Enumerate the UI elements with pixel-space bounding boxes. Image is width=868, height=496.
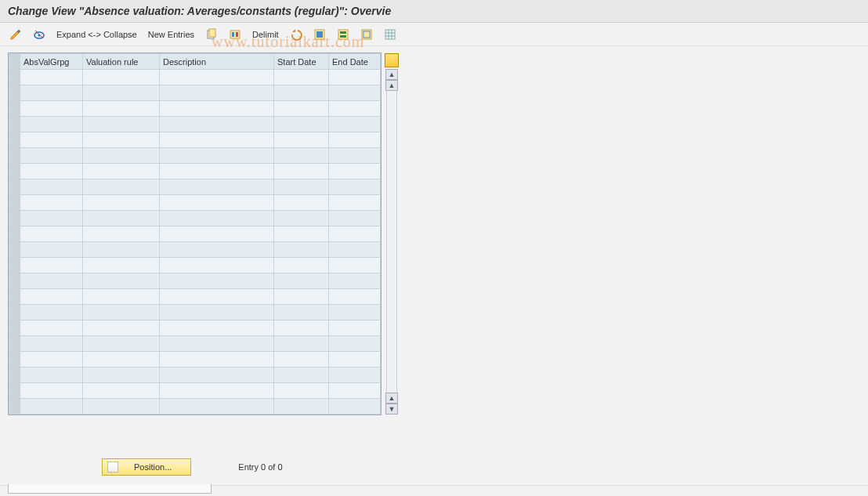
row-selector[interactable] [9, 211, 20, 226]
position-button[interactable]: Position... [102, 458, 191, 476]
cell[interactable] [274, 305, 329, 320]
cell[interactable] [83, 101, 160, 117]
cell[interactable] [20, 383, 83, 399]
undo-icon[interactable] [287, 26, 306, 43]
cell[interactable] [274, 399, 329, 415]
cell[interactable] [83, 211, 160, 226]
statusbar-tab[interactable] [8, 484, 212, 494]
table-row[interactable] [9, 242, 381, 258]
table-row[interactable] [9, 273, 381, 289]
col-valuation-rule[interactable]: Valuation rule [83, 54, 160, 70]
table-row[interactable] [9, 148, 381, 164]
row-selector[interactable] [9, 399, 20, 415]
scroll-up-button[interactable]: ▲ [385, 69, 398, 80]
other-view-icon[interactable] [30, 26, 49, 43]
cell[interactable] [274, 132, 329, 148]
row-selector[interactable] [9, 226, 20, 242]
cell[interactable] [160, 117, 274, 132]
table-row[interactable] [9, 289, 381, 305]
cell[interactable] [329, 85, 381, 101]
cell[interactable] [329, 320, 381, 336]
table-row[interactable] [9, 164, 381, 179]
expand-collapse-button[interactable]: Expand <-> Collapse [53, 26, 140, 43]
cell[interactable] [83, 195, 160, 211]
cell[interactable] [329, 305, 381, 320]
cell[interactable] [83, 367, 160, 383]
cell[interactable] [20, 320, 83, 336]
table-row[interactable] [9, 383, 381, 399]
cell[interactable] [20, 70, 83, 85]
cell[interactable] [274, 258, 329, 273]
table-row[interactable] [9, 352, 381, 367]
cell[interactable] [20, 211, 83, 226]
cell[interactable] [329, 101, 381, 117]
scroll-down-button[interactable]: ▼ [385, 404, 398, 415]
cell[interactable] [274, 273, 329, 289]
delete-icon[interactable] [226, 26, 244, 43]
table-row[interactable] [9, 132, 381, 148]
cell[interactable] [160, 85, 274, 101]
table-row[interactable] [9, 336, 381, 352]
col-start-date[interactable]: Start Date [274, 54, 329, 70]
cell[interactable] [83, 226, 160, 242]
table-settings-icon[interactable] [381, 26, 400, 43]
row-selector[interactable] [9, 195, 20, 211]
row-selector[interactable] [9, 70, 20, 85]
cell[interactable] [83, 164, 160, 179]
cell[interactable] [20, 226, 83, 242]
table-row[interactable] [9, 85, 381, 101]
cell[interactable] [274, 179, 329, 195]
table-row[interactable] [9, 305, 381, 320]
table-row[interactable] [9, 258, 381, 273]
cell[interactable] [160, 148, 274, 164]
table-row[interactable] [9, 399, 381, 415]
cell[interactable] [83, 132, 160, 148]
cell[interactable] [160, 242, 274, 258]
cell[interactable] [329, 367, 381, 383]
cell[interactable] [329, 289, 381, 305]
cell[interactable] [20, 101, 83, 117]
col-end-date[interactable]: End Date [329, 54, 381, 70]
cell[interactable] [83, 258, 160, 273]
cell[interactable] [20, 85, 83, 101]
cell[interactable] [20, 399, 83, 415]
cell[interactable] [20, 336, 83, 352]
cell[interactable] [83, 305, 160, 320]
row-selector[interactable] [9, 305, 20, 320]
cell[interactable] [160, 70, 274, 85]
cell[interactable] [329, 179, 381, 195]
cell[interactable] [274, 242, 329, 258]
cell[interactable] [274, 85, 329, 101]
cell[interactable] [329, 273, 381, 289]
cell[interactable] [329, 132, 381, 148]
cell[interactable] [329, 164, 381, 179]
cell[interactable] [160, 101, 274, 117]
cell[interactable] [83, 148, 160, 164]
row-selector[interactable] [9, 179, 20, 195]
cell[interactable] [160, 289, 274, 305]
cell[interactable] [329, 195, 381, 211]
cell[interactable] [160, 179, 274, 195]
col-absvalgrpg[interactable]: AbsValGrpg [20, 54, 83, 70]
row-selector[interactable] [9, 289, 20, 305]
row-selector[interactable] [9, 132, 20, 148]
table-row[interactable] [9, 117, 381, 132]
cell[interactable] [274, 336, 329, 352]
row-selector[interactable] [9, 383, 20, 399]
cell[interactable] [160, 273, 274, 289]
cell[interactable] [20, 273, 83, 289]
row-selector[interactable] [9, 320, 20, 336]
row-selector[interactable] [9, 258, 20, 273]
col-description[interactable]: Description [160, 54, 274, 70]
cell[interactable] [20, 258, 83, 273]
scroll-up-button-2[interactable]: ▲ [385, 80, 398, 91]
cell[interactable] [274, 211, 329, 226]
row-selector[interactable] [9, 352, 20, 367]
cell[interactable] [83, 273, 160, 289]
cell[interactable] [160, 211, 274, 226]
cell[interactable] [20, 367, 83, 383]
cell[interactable] [274, 117, 329, 132]
cell[interactable] [274, 383, 329, 399]
cell[interactable] [20, 195, 83, 211]
cell[interactable] [20, 164, 83, 179]
